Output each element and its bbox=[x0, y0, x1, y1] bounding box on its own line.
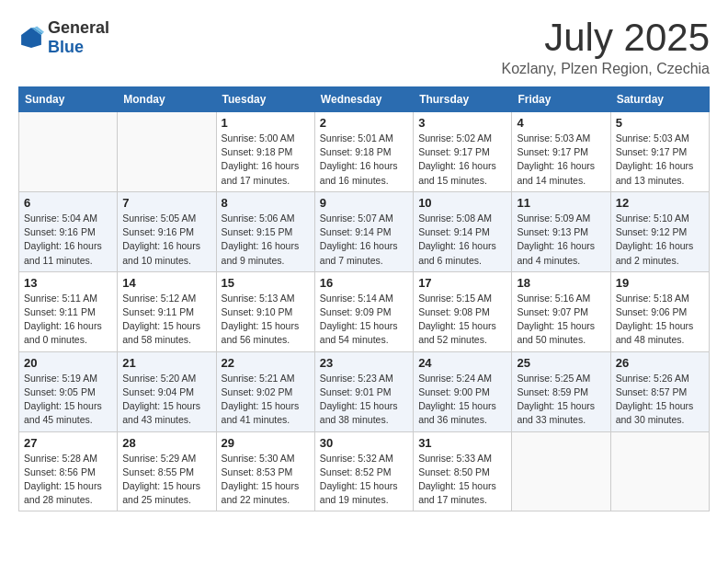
day-number: 4 bbox=[517, 116, 605, 130]
day-number: 24 bbox=[418, 356, 506, 370]
day-detail: Sunrise: 5:12 AM Sunset: 9:11 PM Dayligh… bbox=[122, 292, 210, 348]
title-block: July 2025 Kozlany, Plzen Region, Czechia bbox=[502, 18, 711, 77]
day-number: 7 bbox=[122, 196, 210, 210]
day-number: 30 bbox=[320, 436, 408, 450]
calendar-cell bbox=[610, 431, 709, 511]
day-detail: Sunrise: 5:25 AM Sunset: 8:59 PM Dayligh… bbox=[517, 372, 605, 428]
day-detail: Sunrise: 5:04 AM Sunset: 9:16 PM Dayligh… bbox=[24, 212, 112, 268]
calendar-cell: 13Sunrise: 5:11 AM Sunset: 9:11 PM Dayli… bbox=[19, 271, 118, 351]
calendar-cell: 7Sunrise: 5:05 AM Sunset: 9:16 PM Daylig… bbox=[118, 191, 216, 271]
day-detail: Sunrise: 5:21 AM Sunset: 9:02 PM Dayligh… bbox=[222, 372, 310, 428]
day-detail: Sunrise: 5:01 AM Sunset: 9:18 PM Dayligh… bbox=[320, 132, 408, 188]
day-detail: Sunrise: 5:03 AM Sunset: 9:17 PM Dayligh… bbox=[517, 132, 605, 188]
calendar-cell bbox=[19, 112, 118, 192]
calendar-cell: 9Sunrise: 5:07 AM Sunset: 9:14 PM Daylig… bbox=[314, 191, 413, 271]
calendar-cell: 28Sunrise: 5:29 AM Sunset: 8:55 PM Dayli… bbox=[118, 431, 216, 511]
calendar-cell: 20Sunrise: 5:19 AM Sunset: 9:05 PM Dayli… bbox=[19, 351, 118, 431]
day-detail: Sunrise: 5:10 AM Sunset: 9:12 PM Dayligh… bbox=[616, 212, 704, 268]
day-detail: Sunrise: 5:15 AM Sunset: 9:08 PM Dayligh… bbox=[418, 292, 506, 348]
calendar-week-row: 20Sunrise: 5:19 AM Sunset: 9:05 PM Dayli… bbox=[19, 351, 710, 431]
header-row: SundayMondayTuesdayWednesdayThursdayFrid… bbox=[19, 87, 710, 112]
calendar-week-row: 13Sunrise: 5:11 AM Sunset: 9:11 PM Dayli… bbox=[19, 271, 710, 351]
calendar-cell: 18Sunrise: 5:16 AM Sunset: 9:07 PM Dayli… bbox=[512, 271, 610, 351]
day-number: 1 bbox=[222, 116, 310, 130]
calendar-cell: 30Sunrise: 5:32 AM Sunset: 8:52 PM Dayli… bbox=[314, 431, 413, 511]
day-detail: Sunrise: 5:09 AM Sunset: 9:13 PM Dayligh… bbox=[517, 212, 605, 268]
day-number: 10 bbox=[418, 196, 506, 210]
calendar-cell: 21Sunrise: 5:20 AM Sunset: 9:04 PM Dayli… bbox=[118, 351, 216, 431]
calendar-cell: 27Sunrise: 5:28 AM Sunset: 8:56 PM Dayli… bbox=[19, 431, 118, 511]
weekday-header: Thursday bbox=[414, 87, 512, 112]
day-number: 11 bbox=[517, 196, 605, 210]
day-number: 23 bbox=[320, 356, 408, 370]
day-detail: Sunrise: 5:24 AM Sunset: 9:00 PM Dayligh… bbox=[418, 372, 506, 428]
day-number: 22 bbox=[222, 356, 310, 370]
day-number: 18 bbox=[517, 276, 605, 290]
day-number: 28 bbox=[122, 436, 210, 450]
weekday-header: Tuesday bbox=[216, 87, 314, 112]
calendar-cell: 14Sunrise: 5:12 AM Sunset: 9:11 PM Dayli… bbox=[118, 271, 216, 351]
calendar-cell: 16Sunrise: 5:14 AM Sunset: 9:09 PM Dayli… bbox=[314, 271, 413, 351]
calendar-cell: 29Sunrise: 5:30 AM Sunset: 8:53 PM Dayli… bbox=[216, 431, 314, 511]
day-detail: Sunrise: 5:08 AM Sunset: 9:14 PM Dayligh… bbox=[418, 212, 506, 268]
day-number: 14 bbox=[122, 276, 210, 290]
day-number: 19 bbox=[616, 276, 704, 290]
day-detail: Sunrise: 5:00 AM Sunset: 9:18 PM Dayligh… bbox=[222, 132, 310, 188]
calendar-cell: 12Sunrise: 5:10 AM Sunset: 9:12 PM Dayli… bbox=[610, 191, 709, 271]
day-detail: Sunrise: 5:32 AM Sunset: 8:52 PM Dayligh… bbox=[320, 452, 408, 508]
day-number: 25 bbox=[517, 356, 605, 370]
day-detail: Sunrise: 5:26 AM Sunset: 8:57 PM Dayligh… bbox=[616, 372, 704, 428]
calendar-cell: 25Sunrise: 5:25 AM Sunset: 8:59 PM Dayli… bbox=[512, 351, 610, 431]
day-detail: Sunrise: 5:05 AM Sunset: 9:16 PM Dayligh… bbox=[122, 212, 210, 268]
day-detail: Sunrise: 5:07 AM Sunset: 9:14 PM Dayligh… bbox=[320, 212, 408, 268]
weekday-header: Monday bbox=[118, 87, 216, 112]
calendar-cell: 1Sunrise: 5:00 AM Sunset: 9:18 PM Daylig… bbox=[216, 112, 314, 192]
calendar-week-row: 6Sunrise: 5:04 AM Sunset: 9:16 PM Daylig… bbox=[19, 191, 710, 271]
day-detail: Sunrise: 5:14 AM Sunset: 9:09 PM Dayligh… bbox=[320, 292, 408, 348]
day-number: 2 bbox=[320, 116, 408, 130]
day-detail: Sunrise: 5:28 AM Sunset: 8:56 PM Dayligh… bbox=[24, 452, 112, 508]
day-number: 13 bbox=[24, 276, 112, 290]
calendar-cell: 6Sunrise: 5:04 AM Sunset: 9:16 PM Daylig… bbox=[19, 191, 118, 271]
calendar-cell: 3Sunrise: 5:02 AM Sunset: 9:17 PM Daylig… bbox=[414, 112, 512, 192]
day-detail: Sunrise: 5:11 AM Sunset: 9:11 PM Dayligh… bbox=[24, 292, 112, 348]
day-detail: Sunrise: 5:16 AM Sunset: 9:07 PM Dayligh… bbox=[517, 292, 605, 348]
calendar-cell: 11Sunrise: 5:09 AM Sunset: 9:13 PM Dayli… bbox=[512, 191, 610, 271]
day-number: 3 bbox=[418, 116, 506, 130]
calendar-cell: 26Sunrise: 5:26 AM Sunset: 8:57 PM Dayli… bbox=[610, 351, 709, 431]
calendar-body: 1Sunrise: 5:00 AM Sunset: 9:18 PM Daylig… bbox=[19, 112, 710, 511]
calendar-cell: 8Sunrise: 5:06 AM Sunset: 9:15 PM Daylig… bbox=[216, 191, 314, 271]
page-header: General Blue July 2025 Kozlany, Plzen Re… bbox=[18, 18, 710, 77]
calendar-week-row: 1Sunrise: 5:00 AM Sunset: 9:18 PM Daylig… bbox=[19, 112, 710, 192]
calendar-header: SundayMondayTuesdayWednesdayThursdayFrid… bbox=[19, 87, 710, 112]
day-number: 21 bbox=[122, 356, 210, 370]
day-number: 26 bbox=[616, 356, 704, 370]
calendar-cell: 31Sunrise: 5:33 AM Sunset: 8:50 PM Dayli… bbox=[414, 431, 512, 511]
day-detail: Sunrise: 5:33 AM Sunset: 8:50 PM Dayligh… bbox=[418, 452, 506, 508]
day-detail: Sunrise: 5:19 AM Sunset: 9:05 PM Dayligh… bbox=[24, 372, 112, 428]
calendar-cell: 10Sunrise: 5:08 AM Sunset: 9:14 PM Dayli… bbox=[414, 191, 512, 271]
day-detail: Sunrise: 5:03 AM Sunset: 9:17 PM Dayligh… bbox=[616, 132, 704, 188]
calendar-cell: 5Sunrise: 5:03 AM Sunset: 9:17 PM Daylig… bbox=[610, 112, 709, 192]
logo: General Blue bbox=[18, 18, 109, 57]
day-number: 20 bbox=[24, 356, 112, 370]
weekday-header: Friday bbox=[512, 87, 610, 112]
day-number: 5 bbox=[616, 116, 704, 130]
location: Kozlany, Plzen Region, Czechia bbox=[502, 61, 711, 77]
day-detail: Sunrise: 5:23 AM Sunset: 9:01 PM Dayligh… bbox=[320, 372, 408, 428]
calendar-cell: 4Sunrise: 5:03 AM Sunset: 9:17 PM Daylig… bbox=[512, 112, 610, 192]
day-number: 6 bbox=[24, 196, 112, 210]
calendar-cell: 15Sunrise: 5:13 AM Sunset: 9:10 PM Dayli… bbox=[216, 271, 314, 351]
day-number: 16 bbox=[320, 276, 408, 290]
logo-general-text: General bbox=[48, 18, 109, 37]
calendar-cell: 23Sunrise: 5:23 AM Sunset: 9:01 PM Dayli… bbox=[314, 351, 413, 431]
day-number: 15 bbox=[222, 276, 310, 290]
weekday-header: Wednesday bbox=[314, 87, 413, 112]
calendar-cell: 22Sunrise: 5:21 AM Sunset: 9:02 PM Dayli… bbox=[216, 351, 314, 431]
day-number: 12 bbox=[616, 196, 704, 210]
calendar-cell: 24Sunrise: 5:24 AM Sunset: 9:00 PM Dayli… bbox=[414, 351, 512, 431]
day-detail: Sunrise: 5:02 AM Sunset: 9:17 PM Dayligh… bbox=[418, 132, 506, 188]
month-title: July 2025 bbox=[502, 18, 711, 57]
calendar-cell: 2Sunrise: 5:01 AM Sunset: 9:18 PM Daylig… bbox=[314, 112, 413, 192]
day-detail: Sunrise: 5:06 AM Sunset: 9:15 PM Dayligh… bbox=[222, 212, 310, 268]
